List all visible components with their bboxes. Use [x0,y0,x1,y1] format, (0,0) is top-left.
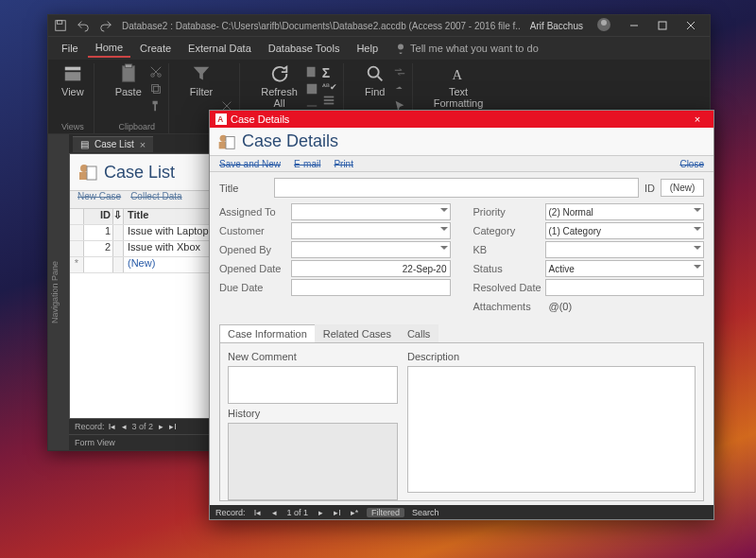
more-records-icon[interactable] [322,94,337,109]
prev-record-button[interactable]: ◂ [120,422,129,431]
dlg-first-button[interactable]: I◂ [253,508,263,517]
description-label: Description [407,351,696,362]
menu-external[interactable]: External Data [180,40,259,57]
svg-rect-6 [65,72,81,80]
next-record-button[interactable]: ▸ [156,422,165,431]
customer-label: Customer [219,225,291,236]
record-label: Record: [75,422,105,431]
paste-button[interactable]: Paste [112,63,146,114]
priority-combo[interactable]: (2) Normal [545,203,705,220]
dlg-last-button[interactable]: ▸I [333,508,342,517]
svg-rect-4 [659,22,666,29]
navigation-pane-toggle[interactable]: Navigation Pane [48,134,69,450]
menu-file[interactable]: File [54,40,86,57]
col-id[interactable]: ID [84,209,113,224]
save-icon[interactable] [54,19,67,32]
tab-case-info[interactable]: Case Information [219,324,316,342]
user-avatar-icon[interactable] [596,17,611,34]
copy-icon[interactable] [149,82,163,97]
collect-data-link[interactable]: Collect Data [130,191,181,208]
due-date-label: Due Date [219,282,291,293]
close-button[interactable] [678,16,704,35]
close-link[interactable]: Close [679,159,704,169]
dlg-prev-button[interactable]: ◂ [270,508,280,517]
attachments-label: Attachments [473,301,545,312]
replace-icon[interactable] [393,65,406,80]
tell-me[interactable]: Tell me what you want to do [395,43,539,54]
first-record-button[interactable]: I◂ [108,422,117,431]
dlg-next-button[interactable]: ▸ [316,508,325,517]
openedby-combo[interactable] [291,241,451,258]
email-link[interactable]: E-mail [294,159,320,169]
view-button[interactable]: View [58,63,88,97]
tab-case-list[interactable]: ▤ Case List × [73,136,153,152]
category-combo[interactable]: (1) Category [545,222,705,239]
format-painter-icon[interactable] [149,99,163,114]
sort-desc-icon[interactable] [220,82,233,97]
tab-calls[interactable]: Calls [399,324,438,342]
id-value: (New) [661,179,704,197]
record-pos: 3 of 2 [132,422,154,431]
spelling-icon[interactable]: ᴬᴮ✔ [322,82,337,92]
dlg-record-pos: 1 of 1 [287,508,309,517]
due-date-field[interactable] [291,279,451,296]
new-case-link[interactable]: New Case [77,191,121,208]
svg-rect-14 [307,84,318,95]
title-label: Title [219,183,268,194]
undo-icon[interactable] [77,19,90,32]
view-mode: Form View [75,438,115,447]
print-link[interactable]: Print [334,159,353,169]
dialog-form: Title ID (New) Assigned To Customer Open… [210,172,713,505]
menu-create[interactable]: Create [132,40,179,57]
filter-button[interactable]: Filter [186,63,216,114]
cut-icon[interactable] [149,65,163,80]
case-details-icon [215,131,236,152]
description-input[interactable] [407,366,696,493]
find-button[interactable]: Find [361,63,389,114]
new-record-icon[interactable] [305,65,318,80]
svg-point-3 [601,20,607,26]
kb-combo[interactable] [545,241,705,258]
dialog-close-button[interactable]: × [681,113,713,125]
history-label: History [228,408,398,419]
opened-date-label: Opened Date [219,263,291,274]
assigned-combo[interactable] [291,203,451,220]
save-and-new-link[interactable]: Save and New [219,159,281,169]
search-box[interactable]: Search [412,508,439,517]
tab-related[interactable]: Related Cases [315,324,400,342]
svg-rect-8 [125,64,131,68]
case-details-dialog: A Case Details × Case Details Save and N… [209,110,714,520]
menu-bar: File Home Create External Data Database … [48,36,710,60]
save-record-icon[interactable] [305,82,318,97]
menu-home[interactable]: Home [88,39,130,58]
filtered-badge[interactable]: Filtered [367,508,404,517]
dlg-new-button[interactable]: ▸* [350,508,359,517]
resolved-field[interactable] [545,279,705,296]
text-format-button[interactable]: A Text Formatting [430,63,488,109]
totals-icon[interactable]: Σ [322,65,337,80]
refresh-button[interactable]: Refresh All [257,63,301,114]
status-combo[interactable]: Active [545,260,705,277]
new-comment-label: New Comment [228,351,398,362]
last-record-button[interactable]: ▸I [168,422,178,431]
new-comment-input[interactable] [228,366,398,404]
menu-dbtools[interactable]: Database Tools [261,40,348,57]
sort-asc-icon[interactable] [220,65,233,80]
detail-tabs: Case Information Related Cases Calls [219,324,704,343]
redo-icon[interactable] [99,19,112,32]
customer-combo[interactable] [291,222,451,239]
category-label: Category [473,225,545,236]
menu-help[interactable]: Help [349,40,386,57]
user-name[interactable]: Arif Bacchus [530,21,583,31]
maximize-button[interactable] [649,16,676,35]
minimize-button[interactable] [621,16,647,35]
case-list-icon [76,161,98,183]
title-input[interactable] [274,178,639,198]
svg-rect-16 [324,99,335,101]
access-icon: A [215,113,227,125]
goto-icon[interactable] [393,82,406,97]
opened-date-field[interactable]: 22-Sep-20 [291,260,451,277]
svg-rect-22 [87,166,96,180]
attachments-value[interactable]: @(0) [545,301,573,312]
close-tab-icon[interactable]: × [140,139,146,150]
